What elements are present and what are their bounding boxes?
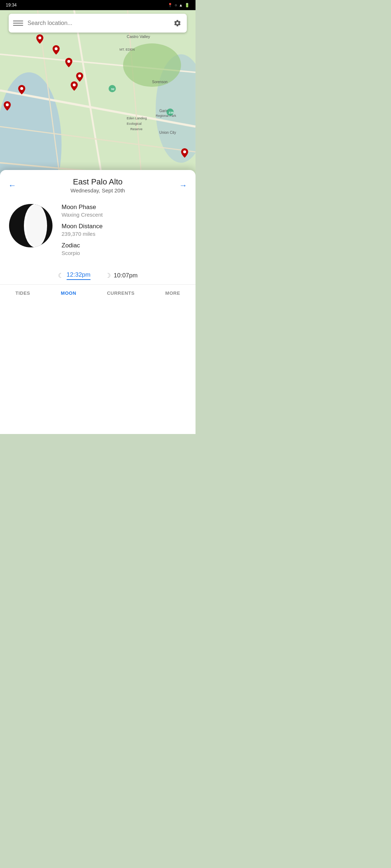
- moonset-time: 10:07pm: [114, 272, 138, 279]
- moon-phase-label: Moon Phase: [62, 204, 188, 211]
- svg-text:92: 92: [111, 88, 114, 91]
- bottom-sheet: ← East Palo Alto Wednesday, Sept 20th →: [0, 170, 196, 434]
- tab-moon[interactable]: MOON: [58, 289, 79, 297]
- tab-tides[interactable]: TIDES: [12, 289, 33, 297]
- tab-more[interactable]: MORE: [163, 289, 183, 297]
- wifi-icon: ▲: [179, 3, 183, 7]
- location-date: Wednesday, Sept 20th: [19, 187, 177, 193]
- status-icons: 📍 ○ ▲ 🔋: [168, 3, 190, 8]
- svg-text:Reserve: Reserve: [130, 127, 143, 131]
- time-row: ☾ 12:32pm ☽ 10:07pm: [0, 267, 196, 285]
- svg-point-53: [20, 87, 23, 90]
- svg-point-49: [55, 47, 58, 50]
- status-time: 19:34: [6, 3, 17, 8]
- svg-text:Castro Valley: Castro Valley: [127, 34, 150, 39]
- battery-icon: 🔋: [185, 3, 190, 8]
- svg-text:Eden Landing: Eden Landing: [127, 116, 147, 120]
- svg-text:Union City: Union City: [159, 131, 176, 135]
- map-pin-3[interactable]: [52, 45, 60, 55]
- location-icon: 📍: [168, 3, 173, 8]
- tab-currents[interactable]: CURRENTS: [104, 289, 137, 297]
- svg-point-48: [38, 37, 41, 39]
- menu-icon[interactable]: [13, 18, 23, 28]
- svg-text:Sorenson: Sorenson: [152, 80, 168, 84]
- location-header: ← East Palo Alto Wednesday, Sept 20th →: [0, 170, 196, 196]
- settings-icon[interactable]: [172, 18, 182, 28]
- circle-icon: ○: [175, 3, 177, 7]
- svg-text:238: 238: [169, 111, 174, 114]
- moonrise-time-item[interactable]: ☾ 12:32pm: [58, 271, 91, 280]
- svg-point-51: [78, 75, 81, 77]
- map-pin-5[interactable]: [76, 72, 83, 82]
- svg-text:Regional Park: Regional Park: [156, 114, 176, 118]
- moonrise-icon: ☾: [58, 272, 64, 280]
- svg-point-50: [67, 60, 70, 63]
- forward-arrow[interactable]: →: [177, 179, 190, 192]
- zodiac-label: Zodiac: [62, 242, 188, 249]
- moonrise-time: 12:32pm: [67, 271, 91, 280]
- map-pin-2[interactable]: [36, 34, 43, 44]
- moon-distance-label: Moon Distance: [62, 223, 188, 230]
- moonset-icon: ☽: [105, 272, 111, 280]
- moon-info: Moon Phase Waxing Crescent Moon Distance…: [62, 202, 188, 261]
- moon-distance-value: 239,370 miles: [62, 231, 188, 237]
- svg-point-54: [183, 150, 186, 153]
- status-bar: 19:34 📍 ○ ▲ 🔋: [0, 0, 196, 10]
- map-pin-right[interactable]: [181, 148, 188, 158]
- svg-point-59: [26, 205, 46, 247]
- tab-bar: TIDES MOON CURRENTS MORE: [0, 285, 196, 299]
- location-title-block: East Palo Alto Wednesday, Sept 20th: [19, 177, 177, 193]
- location-name: East Palo Alto: [19, 177, 177, 187]
- svg-point-55: [6, 103, 9, 106]
- map-pin-left[interactable]: [4, 101, 11, 111]
- back-arrow[interactable]: ←: [6, 179, 19, 192]
- moon-visual: [7, 202, 54, 249]
- moonset-time-item[interactable]: ☽ 10:07pm: [105, 271, 138, 280]
- search-bar: [9, 14, 187, 33]
- search-input[interactable]: [28, 20, 172, 26]
- moon-content: Moon Phase Waxing Crescent Moon Distance…: [0, 196, 196, 267]
- svg-point-52: [73, 84, 76, 86]
- svg-text:Ecological: Ecological: [127, 122, 142, 125]
- map-pin-6[interactable]: [71, 81, 78, 91]
- map-pin-7[interactable]: [18, 85, 25, 94]
- moon-phase-value: Waxing Crescent: [62, 212, 188, 218]
- map-pin-4[interactable]: [65, 58, 72, 67]
- zodiac-value: Scorpio: [62, 250, 188, 256]
- svg-text:MT. EDEN: MT. EDEN: [119, 48, 135, 51]
